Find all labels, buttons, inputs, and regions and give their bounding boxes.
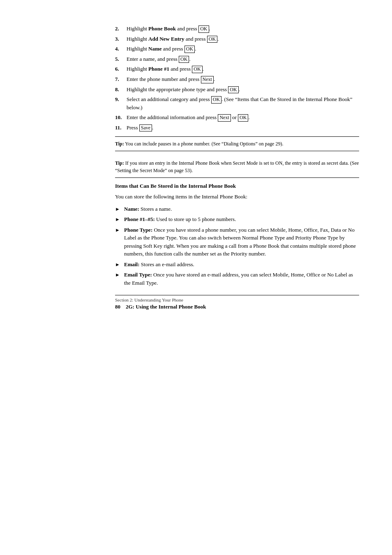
step-7-content: Enter the phone number and press Next.	[127, 75, 359, 83]
list-item-email-type: ► Email Type: Once you have stored an e-…	[115, 271, 359, 287]
next-key: Next	[218, 114, 231, 122]
step-2-content: Highlight Phone Book and press OK.	[127, 25, 359, 33]
list-item-email: ► Email: Stores an e-mail address.	[115, 260, 359, 269]
step-3-content: Highlight Add New Entry and press OK.	[127, 35, 359, 43]
step-10-content: Enter the additional information and pre…	[127, 113, 359, 122]
step-9-content: Select an additional category and press …	[127, 95, 359, 111]
steps-section: 2. Highlight Phone Book and press OK. 3.…	[115, 25, 359, 131]
step-8: 8. Highlight the appropriate phone type …	[115, 85, 359, 94]
step-11-content: Press Save.	[127, 124, 359, 132]
items-intro: You can store the following items in the…	[115, 193, 359, 201]
tip-1-box: Tip: You can include pauses in a phone n…	[115, 136, 359, 151]
items-bullet-list: ► Name: Stores a name. ► Phone #1–#5: Us…	[115, 205, 359, 287]
tip-1-text: Tip: You can include pauses in a phone n…	[115, 140, 359, 147]
step-4-num: 4.	[115, 45, 127, 53]
footer-page-num: 80	[115, 304, 120, 310]
step-3-num: 3.	[115, 35, 127, 43]
step-8-content: Highlight the appropriate phone type and…	[127, 85, 359, 94]
step-6: 6. Highlight Phone #1 and press OK.	[115, 65, 359, 73]
list-item-phone-nums: ► Phone #1–#5: Used to store up to 5 pho…	[115, 215, 359, 223]
step-10-num: 10.	[115, 113, 127, 122]
next-key: Next	[201, 76, 214, 83]
footer: Section 2: Understanding Your Phone 80 2…	[115, 295, 359, 310]
list-item-name: ► Name: Stores a name.	[115, 205, 359, 213]
step-8-num: 8.	[115, 85, 127, 94]
bullet-arrow-phone-nums: ►	[115, 216, 122, 223]
bullet-text-phone-nums: Phone #1–#5: Used to store up to 5 phone…	[124, 215, 359, 223]
ok-key: OK	[238, 114, 248, 122]
save-key: Save	[139, 124, 152, 132]
footer-main-text: 2G: Using the Internal Phone Book	[126, 304, 206, 310]
tip-2-text: Tip: If you store an entry in the Intern…	[115, 159, 359, 174]
step-5-num: 5.	[115, 55, 127, 63]
footer-main: 80 2G: Using the Internal Phone Book	[115, 304, 359, 310]
footer-sub: Section 2: Understanding Your Phone	[115, 297, 359, 303]
ok-key: OK	[211, 96, 221, 104]
bullet-arrow-email: ►	[115, 261, 122, 268]
ok-key: OK	[228, 86, 238, 94]
page: 2. Highlight Phone Book and press OK. 3.…	[0, 0, 392, 555]
tip-2-box: Tip: If you store an entry in the Intern…	[115, 156, 359, 178]
items-heading: Items that Can Be Stored in the Internal…	[115, 183, 359, 189]
step-4: 4. Highlight Name and press OK.	[115, 45, 359, 53]
tip-2-label: Tip:	[115, 160, 124, 166]
ok-key: OK	[184, 46, 195, 53]
step-5: 5. Enter a name, and press OK.	[115, 55, 359, 63]
bullet-arrow-name: ►	[115, 205, 122, 213]
step-6-content: Highlight Phone #1 and press OK.	[127, 65, 359, 73]
step-9: 9. Select an additional category and pre…	[115, 95, 359, 111]
bullet-text-name: Name: Stores a name.	[124, 205, 359, 213]
bullet-text-phone-type: Phone Type: Once you have stored a phone…	[124, 226, 359, 258]
step-2-num: 2.	[115, 25, 127, 33]
bullet-arrow-phone-type: ►	[115, 226, 122, 234]
ok-key: OK	[179, 56, 189, 63]
step-4-content: Highlight Name and press OK.	[127, 45, 359, 53]
step-5-content: Enter a name, and press OK.	[127, 55, 359, 63]
step-3: 3. Highlight Add New Entry and press OK.	[115, 35, 359, 43]
step-9-num: 9.	[115, 95, 127, 104]
step-7-num: 7.	[115, 75, 127, 83]
list-item-phone-type: ► Phone Type: Once you have stored a pho…	[115, 226, 359, 258]
items-section: Items that Can Be Stored in the Internal…	[115, 183, 359, 287]
tip-1-label: Tip:	[115, 141, 124, 147]
step-10: 10. Enter the additional information and…	[115, 113, 359, 122]
ok-key: OK	[198, 25, 209, 33]
bullet-text-email: Email: Stores an e-mail address.	[124, 260, 359, 269]
step-2: 2. Highlight Phone Book and press OK.	[115, 25, 359, 33]
bullet-text-email-type: Email Type: Once you have stored an e-ma…	[124, 271, 359, 287]
step-6-num: 6.	[115, 65, 127, 73]
step-7: 7. Enter the phone number and press Next…	[115, 75, 359, 83]
step-11: 11. Press Save.	[115, 124, 359, 132]
step-11-num: 11.	[115, 124, 127, 132]
ok-key: OK	[207, 36, 217, 43]
bullet-arrow-email-type: ►	[115, 271, 122, 279]
ok-key: OK	[192, 66, 202, 73]
